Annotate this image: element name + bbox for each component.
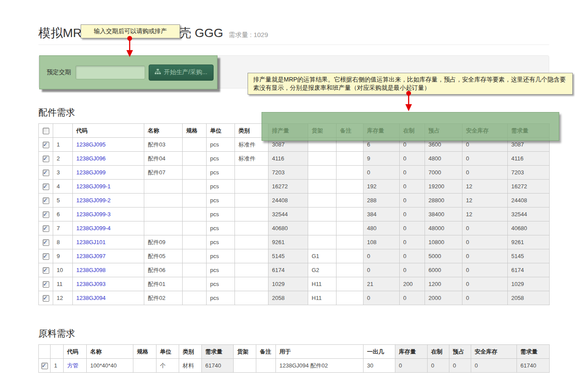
row-checkbox[interactable] bbox=[43, 253, 49, 260]
table-row: 111238GJ093配件01pcs1029H1121200120001029 bbox=[39, 277, 550, 291]
start-production-button[interactable]: 开始生产/采购... bbox=[149, 65, 214, 81]
row-select-cell bbox=[39, 359, 51, 373]
cell: 40680 bbox=[269, 221, 308, 235]
cell: 61740 bbox=[517, 359, 550, 373]
row-index: 7 bbox=[53, 221, 73, 235]
table-row: 81238GJ101配件09pcs926110801080009261 bbox=[39, 235, 550, 249]
cell bbox=[336, 166, 364, 180]
cell bbox=[308, 221, 336, 235]
item-code-link[interactable]: 方管 bbox=[67, 362, 78, 369]
item-code-link[interactable]: 1238GJ099-4 bbox=[76, 225, 111, 231]
row-checkbox[interactable] bbox=[41, 363, 48, 369]
row-checkbox[interactable] bbox=[43, 281, 49, 288]
cell bbox=[308, 166, 336, 180]
cell: 1029 bbox=[508, 277, 550, 291]
materials-table: 代码名称规格单位类别需求量货架备注用于一出几库存量在制预占安全库存需求量 1方管… bbox=[38, 344, 550, 373]
delivery-date-label: 预定交期 bbox=[47, 68, 71, 76]
cell bbox=[336, 235, 364, 249]
row-select-cell bbox=[39, 291, 53, 305]
cell: 32544 bbox=[508, 208, 550, 221]
cell bbox=[308, 235, 336, 249]
row-checkbox[interactable] bbox=[43, 170, 49, 176]
cell: 0 bbox=[400, 263, 425, 277]
cell: 1238GJ101 bbox=[73, 235, 144, 249]
index-column-header bbox=[53, 124, 73, 138]
item-code-link[interactable]: 1238GJ095 bbox=[76, 141, 105, 148]
item-code-link[interactable]: 1238GJ094 bbox=[76, 295, 105, 301]
cell: pcs bbox=[207, 166, 235, 180]
cell bbox=[183, 263, 207, 277]
cell: 1238GJ095 bbox=[73, 138, 144, 152]
arrow-down-icon bbox=[126, 36, 133, 58]
cell: 1238GJ099 bbox=[73, 166, 144, 180]
row-index: 6 bbox=[53, 208, 73, 221]
cell: 38400 bbox=[425, 208, 462, 221]
table-row: 71238GJ099-4pcs40680480048000040680 bbox=[39, 221, 550, 235]
page-title-right: 壳 GGG bbox=[179, 26, 223, 40]
cell: 材料 bbox=[179, 359, 202, 373]
cell: 配件01 bbox=[144, 277, 183, 291]
row-checkbox[interactable] bbox=[43, 142, 49, 148]
row-checkbox[interactable] bbox=[43, 197, 49, 204]
row-checkbox[interactable] bbox=[43, 239, 49, 246]
column-header: 单位 bbox=[207, 124, 235, 138]
row-select-cell bbox=[39, 221, 53, 235]
cell: 配件09 bbox=[144, 235, 183, 249]
column-header: 需求量 bbox=[202, 345, 234, 359]
cell bbox=[336, 221, 364, 235]
sitemap-icon bbox=[155, 69, 161, 76]
item-code-link[interactable]: 1238GJ099-3 bbox=[76, 211, 111, 218]
row-checkbox[interactable] bbox=[43, 295, 49, 302]
cell: 0 bbox=[462, 152, 508, 166]
column-header: 规格 bbox=[133, 345, 156, 359]
row-checkbox[interactable] bbox=[43, 225, 49, 232]
item-code-link[interactable]: 1238GJ099 bbox=[76, 169, 105, 176]
cell: 12 bbox=[462, 180, 508, 194]
cell: 192 bbox=[364, 180, 400, 194]
row-checkbox[interactable] bbox=[43, 267, 49, 274]
item-code-link[interactable]: 1238GJ101 bbox=[76, 239, 105, 245]
row-index: 3 bbox=[53, 166, 73, 180]
cell: 0 bbox=[400, 221, 425, 235]
row-select-cell bbox=[39, 263, 53, 277]
item-code-link[interactable]: 1238GJ096 bbox=[76, 155, 105, 162]
mrp-columns-highlight bbox=[262, 112, 559, 141]
row-checkbox[interactable] bbox=[43, 184, 49, 190]
cell: 1029 bbox=[269, 277, 308, 291]
item-code-link[interactable]: 1238GJ098 bbox=[76, 267, 105, 273]
cell bbox=[308, 180, 336, 194]
cell bbox=[336, 180, 364, 194]
cell: 2058 bbox=[269, 291, 308, 305]
cell: 配件03 bbox=[144, 138, 183, 152]
row-select-cell bbox=[39, 249, 53, 263]
cell: 0 bbox=[462, 235, 508, 249]
delivery-date-input[interactable] bbox=[75, 65, 145, 79]
cell: 28800 bbox=[425, 194, 462, 208]
page-title-right-wrap: 壳 GGG需求量 : 1029 bbox=[179, 25, 268, 41]
item-code-link[interactable]: 1238GJ097 bbox=[76, 253, 105, 259]
row-checkbox[interactable] bbox=[43, 156, 49, 162]
column-header: 一出几 bbox=[364, 345, 395, 359]
column-header: 代码 bbox=[73, 124, 144, 138]
item-code-link[interactable]: 1238GJ093 bbox=[76, 281, 105, 287]
cell: pcs bbox=[207, 263, 235, 277]
item-code-link[interactable]: 1238GJ099-1 bbox=[76, 183, 111, 190]
cell: 个 bbox=[156, 359, 179, 373]
column-header: 类别 bbox=[179, 345, 202, 359]
row-select-cell bbox=[39, 194, 53, 208]
cell: 40680 bbox=[508, 221, 550, 235]
table-row: 31238GJ099配件07pcs720300700007203 bbox=[39, 166, 550, 180]
cell: 7203 bbox=[508, 166, 550, 180]
row-index: 2 bbox=[53, 152, 73, 166]
cell: 1200 bbox=[425, 277, 462, 291]
column-header: 货架 bbox=[234, 345, 256, 359]
cell: 1238GJ096 bbox=[73, 152, 144, 166]
cell: 1238GJ099-2 bbox=[73, 194, 144, 208]
item-code-link[interactable]: 1238GJ099-2 bbox=[76, 197, 111, 204]
cell bbox=[234, 359, 256, 373]
select-all-checkbox[interactable] bbox=[43, 128, 49, 134]
cell: 9261 bbox=[508, 235, 550, 249]
demand-qty-badge: 需求量 : 1029 bbox=[228, 31, 268, 38]
cell: 配件02 bbox=[144, 291, 183, 305]
row-checkbox[interactable] bbox=[43, 211, 49, 218]
